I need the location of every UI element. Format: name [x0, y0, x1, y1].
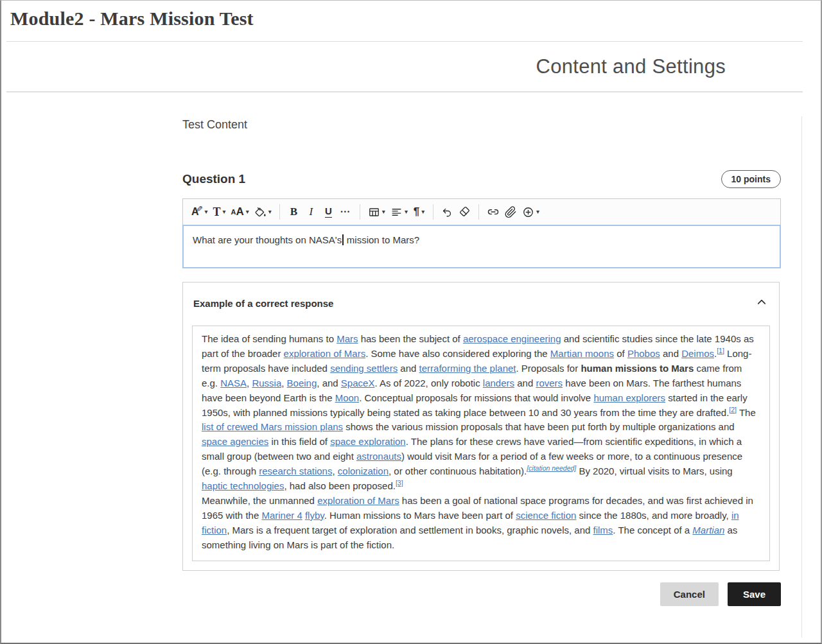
link-button[interactable] — [484, 202, 502, 222]
chevron-down-icon: ▾ — [405, 209, 408, 215]
table-button[interactable]: ▾ — [365, 202, 388, 222]
save-button[interactable]: Save — [728, 582, 781, 606]
content-link[interactable]: flyby — [305, 510, 324, 521]
typeface-button[interactable]: T▾ — [211, 202, 229, 222]
text-run: and — [660, 348, 681, 359]
text-run: The — [737, 407, 756, 418]
page-title: Module2 - Mars Mission Test — [1, 1, 821, 30]
underline-button[interactable]: U — [320, 202, 337, 222]
content-link[interactable]: sending settlers — [330, 363, 398, 374]
reference-link[interactable]: [2] — [729, 406, 737, 413]
example-response-title: Example of a correct response — [193, 298, 333, 309]
reference-superscript: [3] — [396, 479, 403, 487]
content-link[interactable]: human explorers — [593, 392, 665, 403]
content-link[interactable]: list of crewed Mars mission plans — [202, 421, 343, 432]
citation-needed-link[interactable]: [citation needed] — [527, 464, 576, 472]
undo-button[interactable] — [439, 202, 456, 222]
question-text-editor[interactable]: What are your thoughts on NASA's mission… — [182, 225, 781, 268]
font-size-icon: AA — [231, 205, 244, 218]
text-run: . Human missions to Mars have been part … — [324, 510, 516, 521]
text-run: Meanwhile, the unmanned — [202, 495, 317, 506]
italic-icon: I — [310, 205, 313, 218]
content-link[interactable]: Moon — [335, 392, 360, 403]
text-run: . Some have also considered exploring th… — [365, 348, 550, 359]
content-link[interactable]: Phobos — [627, 348, 660, 359]
reference-link[interactable]: [3] — [396, 479, 403, 487]
content-link[interactable]: Martian — [692, 525, 724, 535]
align-icon — [390, 206, 403, 218]
content-link[interactable]: astronauts — [356, 451, 401, 462]
citation-needed-note: [citation needed] — [527, 464, 576, 472]
plus-circle-icon — [522, 206, 534, 218]
test-editor-window: Module2 - Mars Mission Test Content and … — [0, 0, 822, 644]
tab-content-and-settings: Content and Settings — [536, 55, 726, 78]
attachment-button[interactable] — [502, 202, 520, 222]
content-link[interactable]: landers — [483, 378, 514, 388]
content-link[interactable]: exploration of Mars — [317, 495, 399, 506]
chevron-down-icon: ▾ — [246, 209, 249, 215]
test-content-panel: Test Content Question 1 10 points A✎▾T▾A… — [1, 92, 821, 606]
insert-content-button[interactable]: ▾ — [520, 202, 542, 222]
content-link[interactable]: terraforming the planet — [419, 363, 516, 374]
content-link[interactable]: colonization — [338, 466, 389, 476]
eraser-button[interactable] — [456, 202, 473, 222]
content-link[interactable]: research stations — [259, 466, 332, 476]
text-run: . Proposals for — [516, 363, 581, 374]
content-link[interactable]: Mars — [337, 333, 358, 344]
content-link[interactable]: rovers — [536, 378, 563, 388]
content-link[interactable]: science fiction — [516, 510, 576, 521]
content-link[interactable]: exploration of Mars — [284, 348, 366, 359]
font-size-button[interactable]: AA▾ — [229, 202, 252, 222]
ellipsis-icon: ••• — [341, 209, 351, 215]
chevron-down-icon: ▾ — [223, 209, 226, 215]
text-run: , — [281, 378, 286, 388]
italic-button[interactable]: I — [302, 202, 320, 222]
reference-superscript: [2] — [729, 406, 737, 413]
content-link[interactable]: space exploration — [330, 436, 406, 447]
underline-icon: U — [325, 206, 332, 218]
content-link[interactable]: aerospace engineering — [463, 333, 561, 344]
paragraph-button[interactable]: ¶▾ — [410, 202, 428, 222]
points-badge[interactable]: 10 points — [721, 170, 781, 188]
text-run: , or other continuous habitation). — [389, 466, 527, 476]
reference-superscript: [1] — [717, 347, 724, 354]
text-run: The idea of sending humans to — [202, 333, 337, 344]
text-run: of — [614, 348, 627, 359]
editor-toolbar: A✎▾T▾AA▾▾BIU•••▾▾¶▾▾ — [182, 198, 781, 225]
undo-icon — [441, 206, 453, 218]
example-response-text[interactable]: The idea of sending humans to Mars has b… — [192, 326, 770, 561]
content-link[interactable]: Mariner 4 — [261, 510, 302, 521]
text-run: , Mars is a frequent target of explorati… — [227, 525, 593, 535]
content-link[interactable]: haptic technologies — [202, 480, 284, 491]
text-run: , had also been proposed. — [284, 480, 395, 491]
reference-link[interactable]: [1] — [717, 347, 724, 354]
text-style-button[interactable]: A✎▾ — [189, 202, 211, 222]
collapse-button[interactable] — [755, 295, 769, 311]
eraser-icon — [459, 206, 471, 218]
chevron-down-icon: ▾ — [382, 209, 385, 215]
bold-button[interactable]: B — [285, 202, 302, 222]
fill-color-button[interactable]: ▾ — [252, 202, 274, 222]
question-header-row: Question 1 10 points — [182, 170, 781, 188]
text-run: and — [514, 378, 536, 388]
content-link[interactable]: films — [593, 525, 613, 535]
paragraph-icon: ¶ — [414, 205, 419, 218]
text-run: . The concept of a — [613, 525, 692, 535]
cancel-button[interactable]: Cancel — [660, 582, 719, 606]
content-link[interactable]: SpaceX — [341, 378, 375, 388]
chevron-down-icon: ▾ — [204, 209, 207, 215]
align-button[interactable]: ▾ — [388, 202, 410, 222]
content-link[interactable]: NASA — [220, 378, 247, 388]
toolbar-divider — [433, 204, 433, 220]
chevron-up-icon — [756, 297, 767, 310]
text-run: , and — [317, 378, 341, 388]
more-formatting-button[interactable]: ••• — [337, 202, 354, 222]
content-link[interactable]: Russia — [252, 378, 281, 388]
content-link[interactable]: Martian moons — [550, 348, 614, 359]
content-link[interactable]: space agencies — [202, 436, 268, 447]
content-link[interactable]: Boeing — [287, 378, 317, 388]
bold-icon: B — [290, 205, 297, 218]
text-run: since the 1880s, and more broadly, — [576, 510, 731, 521]
content-link[interactable]: Deimos — [681, 348, 714, 359]
question-label: Question 1 — [182, 172, 245, 186]
